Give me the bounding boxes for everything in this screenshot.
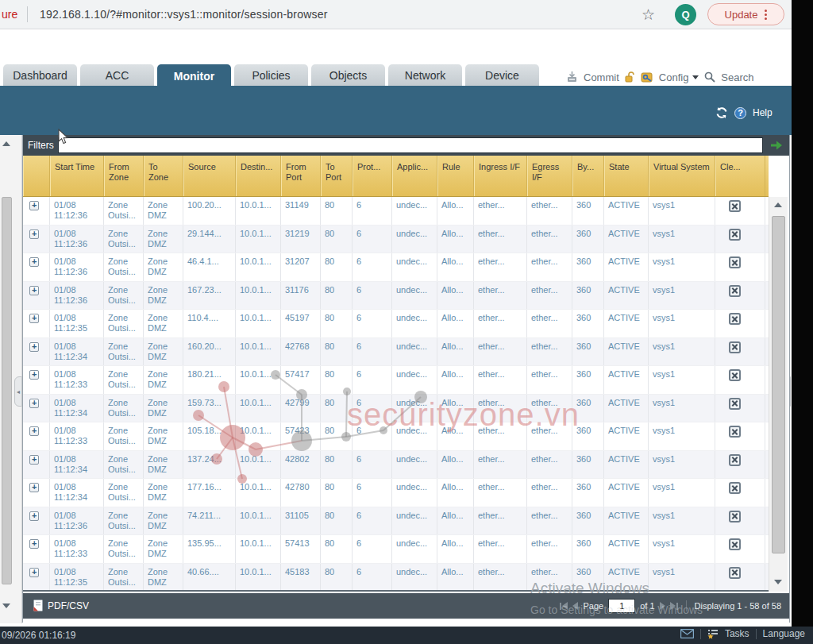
help-icon[interactable]: ? [734,107,746,119]
language-button[interactable]: Language [763,628,805,639]
column-header-to-port[interactable]: To Port [321,156,353,196]
expand-row-icon[interactable] [29,511,39,521]
clear-session-icon[interactable] [729,200,741,212]
table-scrollbar-thumb[interactable] [772,216,785,553]
column-header-from-port[interactable]: From Port [281,156,321,196]
column-header-expand[interactable] [23,156,50,196]
export-pdf-csv-button[interactable]: PDF/CSV [33,600,89,612]
tasks-button[interactable]: Tasks [725,628,749,639]
clear-session-icon[interactable] [729,256,741,268]
column-header-to-zone[interactable]: To Zone [144,156,183,196]
session-row[interactable]: 01/08 11:12:36Zone Outsi...Zone DMZ74.21… [23,507,769,536]
column-header-rule[interactable]: Rule [437,156,474,196]
tab-monitor[interactable]: Monitor [157,64,231,88]
column-header-virtual-system[interactable]: Virtual System [649,156,715,196]
bookmark-star-icon[interactable]: ☆ [642,6,655,24]
table-scrollbar[interactable] [769,197,788,592]
column-header-source[interactable]: Source [183,156,236,196]
session-row[interactable]: 01/08 11:12:34Zone Outsi...Zone DMZ159.7… [23,395,769,423]
clear-session-icon[interactable] [729,567,741,579]
next-page-icon[interactable] [660,602,665,610]
tab-network[interactable]: Network [388,64,462,86]
tab-policies[interactable]: Policies [234,64,308,86]
kebab-menu-icon[interactable] [765,10,767,20]
expand-row-icon[interactable] [29,568,39,577]
column-header-egress-i/f[interactable]: Egress I/F [527,156,572,196]
page-number-input[interactable] [608,599,635,613]
expand-row-icon[interactable] [29,483,39,492]
search-button[interactable]: Search [721,71,753,83]
expand-row-icon[interactable] [29,426,39,436]
session-row[interactable]: 01/08 11:12:35Zone Outsi...Zone DMZ110.4… [23,310,769,338]
filter-input[interactable] [58,137,763,153]
tab-objects[interactable]: Objects [311,64,385,86]
session-row[interactable]: 01/08 11:12:36Zone Outsi...Zone DMZ100.2… [23,197,769,226]
browser-update-button[interactable]: Update [707,3,784,25]
clear-session-icon[interactable] [729,426,741,438]
session-row[interactable]: 01/08 11:12:35Zone Outsi...Zone DMZ40.66… [23,564,769,592]
expand-row-icon[interactable] [29,370,39,380]
envelope-icon[interactable] [680,629,694,638]
column-header-prot[interactable]: Prot... [353,156,392,196]
session-row[interactable]: 01/08 11:12:33Zone Outsi...Zone DMZ180.2… [23,366,769,395]
profile-avatar[interactable]: Q [675,4,696,25]
tab-dashboard[interactable]: Dashboard [3,64,77,86]
unlock-icon[interactable] [625,71,635,83]
panel-collapse-handle[interactable]: ◂ [14,376,22,407]
expand-row-icon[interactable] [29,455,39,465]
column-header-applic[interactable]: Applic... [392,156,437,196]
clear-session-icon[interactable] [729,454,741,466]
clear-session-icon[interactable] [729,511,741,523]
chevron-down-icon[interactable] [692,75,699,79]
clear-session-icon[interactable] [729,313,741,325]
session-row[interactable]: 01/08 11:12:34Zone Outsi...Zone DMZ177.1… [23,479,769,507]
expand-row-icon[interactable] [29,286,39,295]
session-row[interactable]: 01/08 11:12:34Zone Outsi...Zone DMZ137.2… [23,451,769,480]
config-menu[interactable]: Config [659,71,689,83]
url-text[interactable]: 192.168.1.10/?#monitor::vsys1::monitor/s… [40,8,328,21]
scroll-up-arrow-icon[interactable] [774,202,782,207]
scroll-up-arrow-icon[interactable] [2,141,10,146]
expand-row-icon[interactable] [29,257,39,267]
expand-row-icon[interactable] [29,314,39,323]
column-header-from-zone[interactable]: From Zone [104,156,144,196]
session-row[interactable]: 01/08 11:12:33Zone Outsi...Zone DMZ135.9… [23,535,769,564]
commit-button[interactable]: Commit [584,71,619,83]
session-row[interactable]: 01/08 11:12:36Zone Outsi...Zone DMZ46.4.… [23,253,769,282]
scroll-down-arrow-icon[interactable] [774,580,782,584]
refresh-icon[interactable] [715,106,728,119]
clear-session-icon[interactable] [729,538,741,550]
clear-session-icon[interactable] [729,398,741,410]
clear-session-icon[interactable] [729,285,741,297]
tasks-icon[interactable] [707,629,719,639]
column-header-destin[interactable]: Destin... [236,156,281,196]
tab-device[interactable]: Device [465,64,539,86]
session-row[interactable]: 01/08 11:12:36Zone Outsi...Zone DMZ167.2… [23,282,769,310]
clear-session-icon[interactable] [729,369,741,381]
session-row[interactable]: 01/08 11:12:33Zone Outsi...Zone DMZ105.1… [23,422,769,451]
expand-row-icon[interactable] [29,539,39,549]
expand-row-icon[interactable] [29,342,39,352]
column-header-start-time[interactable]: Start Time [50,156,104,196]
help-button[interactable]: Help [753,107,773,118]
left-scrollbar-thumb[interactable] [2,197,12,584]
expand-row-icon[interactable] [29,229,39,239]
expand-row-icon[interactable] [29,399,39,408]
clear-session-icon[interactable] [729,229,741,241]
session-row[interactable]: 01/08 11:12:36Zone Outsi...Zone DMZ29.14… [23,226,769,254]
session-row[interactable]: 01/08 11:12:34Zone Outsi...Zone DMZ160.2… [23,338,769,367]
column-header-by[interactable]: By... [572,156,604,196]
expand-row-icon[interactable] [29,201,39,210]
security-indicator[interactable]: ure [2,8,17,21]
tab-acc[interactable]: ACC [80,64,154,86]
first-page-icon[interactable] [560,602,568,610]
apply-filter-button[interactable] [768,137,785,153]
column-header-state[interactable]: State [604,156,649,196]
clear-session-icon[interactable] [729,482,741,494]
column-header-cle[interactable]: Cle... [715,156,765,196]
previous-page-icon[interactable] [572,602,578,610]
column-header-ingress-i/f[interactable]: Ingress I/F [474,156,527,196]
last-page-icon[interactable] [670,602,678,610]
clear-session-icon[interactable] [729,341,741,353]
scroll-down-arrow-icon[interactable] [2,604,10,608]
